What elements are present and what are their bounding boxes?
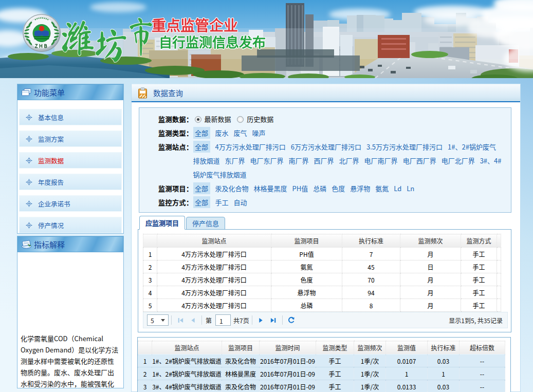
svg-text:ZHB: ZHB (35, 42, 48, 49)
svg-text:潍: 潍 (60, 16, 96, 58)
svg-text:坊: 坊 (94, 24, 128, 66)
svg-text:自行监测信息发布: 自行监测信息发布 (159, 32, 266, 51)
